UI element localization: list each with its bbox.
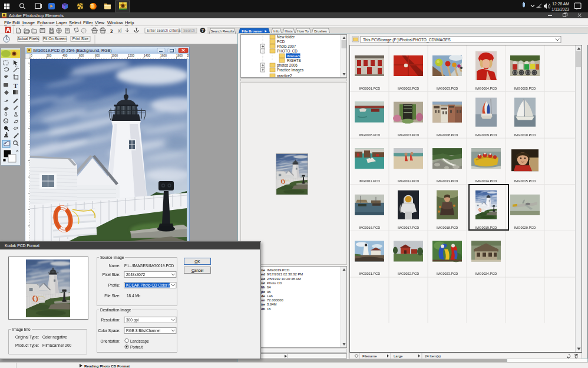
svg-text:IMG0015.PCD: IMG0015.PCD	[514, 179, 536, 183]
svg-text:96: 96	[267, 290, 271, 294]
svg-text:12:28 AM: 12:28 AM	[552, 2, 569, 6]
svg-text:18.4 Mb: 18.4 Mb	[127, 294, 141, 298]
svg-text:Search Results: Search Results	[211, 29, 234, 33]
svg-text:Large: Large	[394, 354, 403, 358]
svg-text:2/5/1992 10:20:38 AM: 2/5/1992 10:20:38 AM	[267, 277, 301, 281]
svg-text:72.000000: 72.000000	[267, 298, 284, 302]
svg-text:IMG0013.PCD: IMG0013.PCD	[437, 179, 458, 183]
svg-text:IMG0014.PCD: IMG0014.PCD	[475, 179, 497, 183]
svg-text:RIGHTS: RIGHTS	[287, 58, 301, 63]
svg-text:IMG0017.PCD: IMG0017.PCD	[398, 226, 419, 229]
svg-text:File Browser: File Browser	[242, 29, 263, 33]
svg-text:IMG0019.PCD: IMG0019.PCD	[475, 226, 497, 229]
svg-text:F:\...\IMAGES\IMG0019.PCD: F:\...\IMAGES\IMG0019.PCD	[124, 264, 174, 268]
svg-text:IMG0001.PCD: IMG0001.PCD	[359, 87, 380, 90]
svg-text:IMG0016.PCD: IMG0016.PCD	[359, 226, 380, 229]
svg-text:Adobe Photoshop Elements: Adobe Photoshop Elements	[9, 13, 64, 18]
svg-text:9/17/2021 02:38:32 PM: 9/17/2021 02:38:32 PM	[267, 272, 303, 276]
svg-text:T: T	[14, 83, 18, 89]
svg-text:Fit On Screen: Fit On Screen	[43, 37, 67, 41]
svg-text:IMG0004.PCD: IMG0004.PCD	[475, 87, 497, 90]
svg-text:Enter search criteria: Enter search criteria	[147, 28, 181, 32]
svg-text:Resolution:: Resolution:	[101, 318, 120, 322]
svg-text:IMG0023.PCD: IMG0023.PCD	[437, 272, 458, 275]
svg-text:New folder: New folder	[277, 35, 295, 39]
svg-text:800: 800	[95, 54, 100, 57]
svg-text:Lab: Lab	[267, 294, 273, 298]
svg-text:600: 600	[79, 54, 84, 57]
svg-text:1200: 1200	[128, 54, 134, 57]
svg-text:IMG0024.PCD: IMG0024.PCD	[475, 272, 497, 275]
svg-text:1600: 1600	[160, 54, 167, 57]
svg-text:Filename: Filename	[362, 354, 377, 358]
svg-text:IMG0019.PCD: IMG0019.PCD	[267, 268, 289, 272]
svg-text:Print Size: Print Size	[72, 37, 89, 41]
svg-text:ⅺ: ⅺ	[117, 28, 122, 34]
svg-text:IMG0022.PCD: IMG0022.PCD	[398, 272, 419, 275]
svg-text:PCD: PCD	[277, 40, 285, 44]
svg-text:1800: 1800	[176, 54, 183, 57]
svg-text:IMG0010.PCD: IMG0010.PCD	[514, 133, 536, 137]
svg-text:IMG0002.PCD: IMG0002.PCD	[398, 87, 419, 90]
svg-text:This PC\Storage (F:)\Photos\PH: This PC\Storage (F:)\Photos\PHOTO_CD\IMA…	[363, 38, 451, 42]
svg-text:IMG0005.PCD: IMG0005.PCD	[514, 87, 536, 90]
svg-text:Search: Search	[183, 28, 196, 32]
svg-text:KODAK Photo CD Color Ne: KODAK Photo CD Color Ne	[126, 283, 174, 287]
svg-text:64: 64	[267, 285, 271, 289]
svg-text:1000: 1000	[111, 54, 118, 57]
svg-text:photos 2006: photos 2006	[277, 63, 298, 68]
svg-text:?: ?	[201, 28, 204, 32]
svg-text:IMG0003.PCD: IMG0003.PCD	[437, 87, 458, 90]
svg-text:Hints: Hints	[285, 29, 292, 33]
svg-text:IMG0011.PCD: IMG0011.PCD	[359, 179, 380, 183]
svg-text:24 Item(s): 24 Item(s)	[425, 354, 441, 358]
svg-text:IMG0007.PCD: IMG0007.PCD	[398, 133, 419, 137]
svg-text:Photo CD: Photo CD	[267, 281, 282, 285]
svg-text:File Size:: File Size:	[104, 294, 120, 298]
svg-text:Color Space:: Color Space:	[98, 328, 120, 333]
svg-text:IMG0012.PCD: IMG0012.PCD	[398, 179, 419, 183]
svg-text:1400: 1400	[144, 54, 150, 57]
svg-text:IMG0021.PCD: IMG0021.PCD	[359, 272, 380, 275]
svg-text:Info: Info	[273, 29, 280, 33]
svg-text:Portrait: Portrait	[130, 345, 143, 349]
svg-text:0: 0	[31, 54, 32, 57]
svg-text:IMG0008.PCD: IMG0008.PCD	[437, 133, 458, 137]
svg-text:Photo 2007: Photo 2007	[277, 44, 296, 48]
svg-text:IMG0009.PCD: IMG0009.PCD	[475, 133, 497, 137]
svg-text:300 ppi: 300 ppi	[126, 318, 138, 323]
svg-text:IMG0018.PCD: IMG0018.PCD	[437, 226, 458, 229]
svg-text:IMG0019.PCD @ 25% (Background,: IMG0019.PCD @ 25% (Background, RGB)	[33, 48, 112, 53]
svg-text:2048x3072: 2048x3072	[126, 272, 146, 277]
svg-text:400: 400	[62, 54, 68, 57]
svg-text:Profile:: Profile:	[108, 283, 120, 287]
svg-text:RGB 8 Bits/Channel: RGB 8 Bits/Channel	[126, 328, 161, 333]
svg-text:practice2: practice2	[277, 74, 292, 77]
svg-text:2: 2	[110, 28, 113, 34]
svg-text:IMG0020.PCD: IMG0020.PCD	[514, 226, 536, 229]
svg-text:How To: How To	[297, 29, 309, 33]
svg-text:Actual Pixels: Actual Pixels	[18, 37, 39, 41]
svg-text:IMAGES: IMAGES	[287, 54, 300, 58]
svg-text:16: 16	[267, 307, 271, 311]
svg-text:PHOTO_CD: PHOTO_CD	[277, 49, 298, 54]
svg-text:1/11/2023: 1/11/2023	[551, 7, 569, 11]
svg-text:Landscape: Landscape	[130, 339, 149, 344]
svg-text:Orientation:: Orientation:	[100, 339, 120, 343]
svg-text:Pixel Size:: Pixel Size:	[103, 272, 121, 277]
svg-text:Practice Images: Practice Images	[277, 68, 303, 73]
svg-text:200: 200	[47, 54, 52, 57]
svg-text:Brushes: Brushes	[314, 29, 327, 33]
svg-text:20: 20	[187, 54, 190, 57]
svg-text:IMG0006.PCD: IMG0006.PCD	[359, 133, 380, 137]
svg-text:Name:: Name:	[109, 264, 120, 268]
svg-text:3.84M: 3.84M	[267, 303, 276, 306]
